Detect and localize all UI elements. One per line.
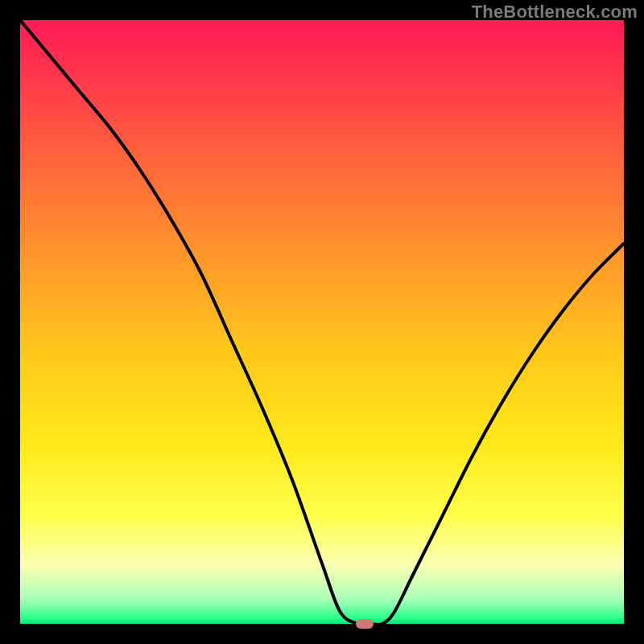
curve-svg — [20, 20, 624, 624]
plot-area — [20, 20, 624, 624]
bottleneck-chart: TheBottleneck.com — [0, 0, 644, 644]
bottleneck-curve-path — [20, 20, 624, 625]
optimum-marker — [356, 619, 374, 629]
